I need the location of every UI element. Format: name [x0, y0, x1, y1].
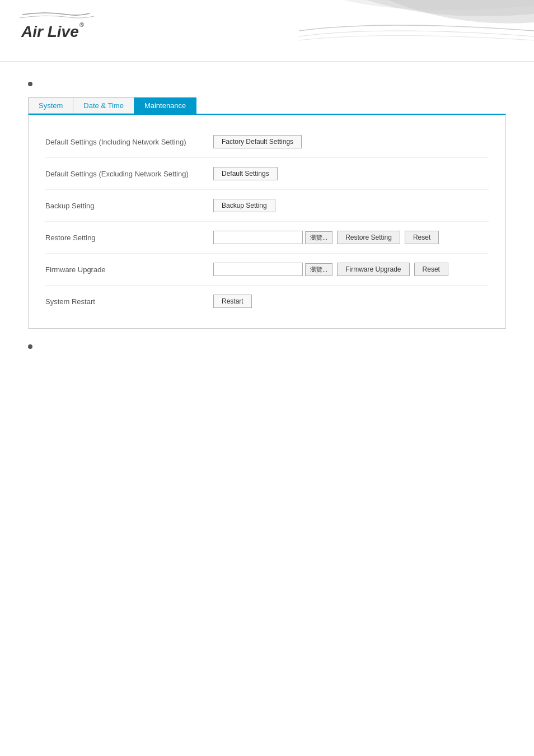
settings-row-default-excluding: Default Settings (Excluding Network Sett…: [45, 158, 489, 190]
logo-svg: Air Live ®: [17, 10, 95, 49]
firmware-file-text[interactable]: [213, 263, 303, 276]
firmware-browse-button[interactable]: 瀏覽...: [305, 263, 332, 276]
restore-file-text[interactable]: [213, 231, 303, 244]
controls-firmware: 瀏覽... Firmware Upgrade Reset: [213, 263, 448, 276]
tab-maintenance[interactable]: Maintenance: [134, 97, 196, 114]
factory-default-button[interactable]: Factory Default Settings: [213, 135, 302, 148]
svg-text:Air Live: Air Live: [21, 23, 79, 40]
settings-row-firmware: Firmware Upgrade 瀏覽... Firmware Upgrade …: [45, 254, 489, 286]
tab-bar: System Date & Time Maintenance: [28, 97, 506, 114]
bullet-row-2: [28, 342, 506, 349]
logo-area: Air Live ®: [17, 10, 95, 51]
controls-restart: Restart: [213, 295, 252, 308]
restore-reset-button[interactable]: Reset: [405, 231, 439, 244]
bullet-dot-1: [28, 82, 32, 86]
settings-row-backup: Backup Setting Backup Setting: [45, 190, 489, 222]
controls-restore: 瀏覽... Restore Setting Reset: [213, 231, 439, 244]
firmware-reset-button[interactable]: Reset: [414, 263, 448, 276]
controls-backup: Backup Setting: [213, 199, 275, 212]
settings-row-restart: System Restart Restart: [45, 286, 489, 317]
firmware-upgrade-button[interactable]: Firmware Upgrade: [337, 263, 409, 276]
settings-panel: Default Settings (Including Network Sett…: [28, 114, 506, 329]
restore-browse-label: 瀏覽...: [310, 234, 327, 242]
tab-datetime[interactable]: Date & Time: [73, 97, 134, 114]
content-area: System Date & Time Maintenance Default S…: [0, 62, 534, 367]
bullet-row-1: [28, 80, 506, 86]
restart-button[interactable]: Restart: [213, 295, 252, 308]
settings-row-default-including: Default Settings (Including Network Sett…: [45, 126, 489, 158]
label-default-including: Default Settings (Including Network Sett…: [45, 138, 202, 146]
default-settings-button[interactable]: Default Settings: [213, 167, 278, 180]
firmware-browse-label: 瀏覽...: [310, 265, 327, 274]
bullet-dot-2: [28, 344, 32, 349]
controls-default-excluding: Default Settings: [213, 167, 278, 180]
label-backup: Backup Setting: [45, 202, 202, 210]
label-firmware: Firmware Upgrade: [45, 265, 202, 274]
header: Air Live ®: [0, 0, 534, 62]
header-decoration: [299, 0, 534, 62]
restore-browse-button[interactable]: 瀏覽...: [305, 231, 332, 244]
firmware-file-input-area: 瀏覽...: [213, 263, 332, 276]
svg-text:®: ®: [79, 21, 84, 28]
backup-setting-button[interactable]: Backup Setting: [213, 199, 275, 212]
controls-default-including: Factory Default Settings: [213, 135, 302, 148]
tab-system[interactable]: System: [28, 97, 73, 114]
label-restore: Restore Setting: [45, 234, 202, 242]
label-default-excluding: Default Settings (Excluding Network Sett…: [45, 170, 202, 178]
settings-row-restore: Restore Setting 瀏覽... Restore Setting Re…: [45, 222, 489, 254]
restore-setting-button[interactable]: Restore Setting: [337, 231, 400, 244]
restore-file-input-area: 瀏覽...: [213, 231, 332, 244]
label-restart: System Restart: [45, 297, 202, 306]
